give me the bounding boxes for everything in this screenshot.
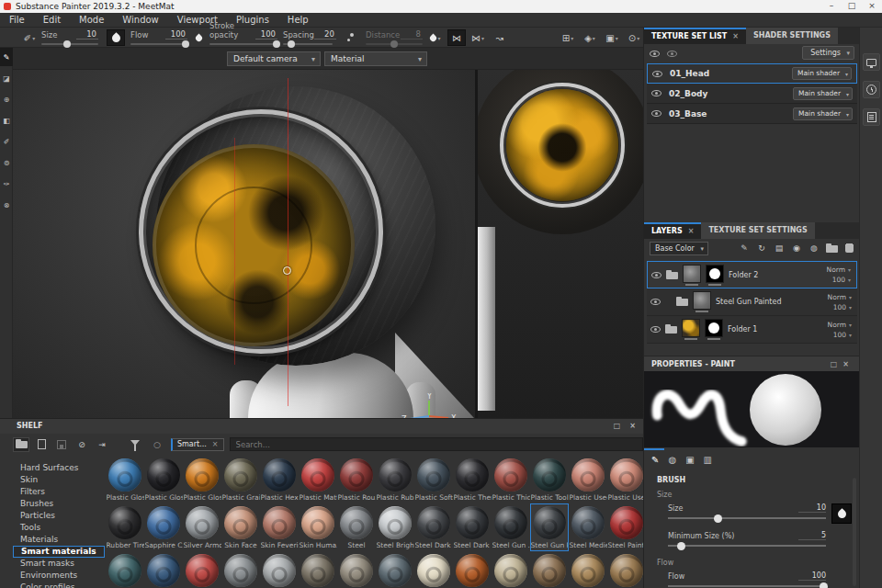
- import-resources-icon[interactable]: ⇥: [94, 437, 110, 452]
- material-swatch[interactable]: Plastic Rou...: [337, 456, 376, 503]
- gradient-subtool-icon[interactable]: ▥: [704, 455, 712, 465]
- tab-shader-settings[interactable]: SHADER SETTINGS: [746, 28, 838, 44]
- stroke-opacity-value-field[interactable]: 100: [255, 29, 277, 40]
- stroke-preview-icon[interactable]: ▾: [426, 29, 445, 46]
- add-effect-icon[interactable]: ✎: [739, 243, 750, 254]
- add-fill-layer-icon[interactable]: ▤: [774, 243, 785, 254]
- menu-item[interactable]: Edit: [34, 13, 70, 27]
- material-swatch[interactable]: Wood Ches...: [530, 551, 569, 588]
- panel-expand-icon[interactable]: □: [831, 360, 843, 368]
- flow-value-field[interactable]: 100: [798, 571, 826, 581]
- material-swatch[interactable]: Plastic Glos...: [183, 456, 221, 503]
- flow-value-field[interactable]: 100: [165, 29, 187, 40]
- material-swatch[interactable]: Steel Tank P...: [376, 551, 414, 588]
- material-swatch[interactable]: Steel Stained: [337, 551, 376, 588]
- texture-set-settings-button[interactable]: Settings: [802, 46, 854, 60]
- quick-mask-tool[interactable]: ⊗: [0, 196, 13, 214]
- visibility-eye-icon[interactable]: [652, 71, 662, 77]
- size-value-field[interactable]: 10: [76, 29, 98, 40]
- layer-visibility-eye-icon[interactable]: [650, 326, 661, 333]
- material-swatch[interactable]: Rubber Tire...: [106, 503, 144, 551]
- add-folder-icon[interactable]: [826, 243, 837, 254]
- pattern-subtool-icon[interactable]: ◍: [668, 455, 676, 465]
- tab-texture-set-list[interactable]: TEXTURE SET LIST×: [644, 28, 746, 44]
- material-swatch[interactable]: Steel Painte...: [106, 551, 144, 588]
- symmetry-toggle-icon[interactable]: ⋈: [447, 29, 466, 46]
- properties-size-slider[interactable]: Size 10: [668, 503, 826, 519]
- shelf-category[interactable]: Brushes: [13, 498, 105, 510]
- shelf-close-icon[interactable]: ×: [629, 419, 636, 434]
- properties-header[interactable]: PROPERTIES - PAINT □×: [644, 356, 860, 371]
- size-handle[interactable]: [714, 514, 722, 523]
- layer-opacity-select[interactable]: 100▾: [833, 303, 852, 311]
- menu-item[interactable]: Window: [113, 13, 167, 27]
- polygon-fill-tool[interactable]: ◧: [0, 111, 13, 130]
- flow-slider-handle[interactable]: [182, 40, 189, 48]
- brush-subtool-icon[interactable]: ✎: [651, 455, 659, 465]
- display-mode-icon[interactable]: ⊞▾: [557, 29, 579, 46]
- material-swatch[interactable]: Wax Candle: [414, 551, 453, 588]
- paint-tool[interactable]: ✎: [0, 48, 13, 66]
- eraser-tool[interactable]: ◪: [0, 69, 13, 87]
- material-swatch[interactable]: Steel Dark S...: [453, 503, 492, 551]
- properties-flow-slider[interactable]: Flow 100: [668, 571, 826, 587]
- visibility-eye-icon[interactable]: [651, 90, 662, 96]
- properties-min-size-slider[interactable]: Minimum Size (%) 5: [668, 531, 826, 547]
- material-swatch[interactable]: Plastic Used: [607, 456, 643, 503]
- camera-select[interactable]: Default camera: [227, 51, 321, 66]
- minimize-button[interactable]: –: [821, 0, 842, 13]
- shelf-category[interactable]: Smart masks: [13, 558, 105, 570]
- menu-item[interactable]: Mode: [70, 13, 113, 27]
- log-icon[interactable]: [863, 108, 880, 126]
- filter-shape-icon[interactable]: ○: [149, 437, 165, 452]
- shelf-category[interactable]: Filters: [13, 486, 105, 498]
- secondary-view[interactable]: [478, 70, 643, 418]
- material-picker-tool[interactable]: ✑: [0, 175, 13, 193]
- tab-layers[interactable]: LAYERS×: [644, 222, 701, 239]
- layer-mask-thumbnail[interactable]: [705, 319, 723, 340]
- viewport-3d[interactable]: Default camera Material Y X Z: [13, 48, 643, 418]
- material-swatch[interactable]: Plastic Glos...: [144, 456, 183, 503]
- material-swatch[interactable]: Skin Huma...: [299, 503, 337, 551]
- tab-texture-set-settings[interactable]: TEXTURE SET SETTINGS: [701, 222, 814, 239]
- menu-item[interactable]: Help: [278, 13, 318, 27]
- material-swatch[interactable]: Wood Ship: [607, 551, 643, 588]
- hide-resources-icon[interactable]: ⊘: [74, 437, 90, 452]
- material-swatch[interactable]: Wood Ship ...: [569, 551, 607, 588]
- display-settings-icon[interactable]: [863, 53, 880, 71]
- material-swatch[interactable]: Skin Face: [221, 503, 260, 551]
- show-all-eye-icon[interactable]: [650, 51, 660, 57]
- visibility-eye-icon[interactable]: [651, 110, 662, 117]
- material-swatch[interactable]: Plastic Grai...: [221, 456, 260, 503]
- shelf-expand-icon[interactable]: □: [614, 419, 621, 434]
- material-swatch[interactable]: Steel Ruined: [221, 551, 260, 588]
- shelf-category[interactable]: Smart materials: [13, 546, 105, 558]
- menu-item[interactable]: File: [0, 13, 34, 27]
- add-paint-layer-icon[interactable]: ◉: [791, 243, 802, 254]
- history-icon[interactable]: [863, 81, 880, 98]
- maximize-button[interactable]: □: [842, 0, 862, 13]
- material-swatch[interactable]: Plastic Used: [569, 456, 607, 503]
- min-size-value-field[interactable]: 5: [798, 531, 826, 540]
- layer-opacity-select[interactable]: 100▾: [833, 331, 852, 339]
- geometry-mode-icon[interactable]: ◈▾: [579, 29, 601, 46]
- size-slider[interactable]: Size 10: [41, 30, 98, 45]
- shelf-category[interactable]: Tools: [13, 522, 105, 534]
- layer-content-thumbnail[interactable]: [683, 265, 701, 286]
- clone-tool[interactable]: ⊚: [0, 153, 13, 172]
- search-input[interactable]: [230, 437, 643, 451]
- material-swatch[interactable]: Plastic Matte: [299, 456, 337, 503]
- size-value-field[interactable]: 10: [798, 503, 826, 513]
- filter-icon[interactable]: [127, 437, 143, 452]
- layer-content-thumbnail[interactable]: [693, 291, 711, 312]
- material-swatch[interactable]: Steel Painte...: [144, 551, 183, 588]
- shelf-category[interactable]: Color profiles: [13, 582, 105, 588]
- material-swatch[interactable]: Plastic Hexa...: [260, 456, 299, 503]
- material-swatch[interactable]: Plastic Soft ...: [414, 456, 453, 503]
- blend-mode-select[interactable]: Norm▾: [828, 321, 852, 329]
- brush-alpha-button[interactable]: [107, 29, 125, 46]
- material-swatch[interactable]: Steel Painte...: [183, 551, 221, 588]
- chip-close-icon[interactable]: ×: [212, 439, 219, 450]
- layer-visibility-eye-icon[interactable]: [651, 272, 662, 278]
- flow-slider[interactable]: Flow 100: [130, 30, 187, 45]
